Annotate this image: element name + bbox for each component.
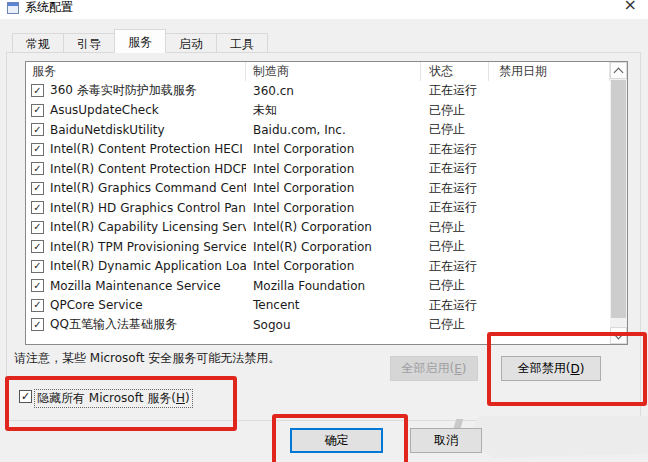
service-name: Intel(R) Content Protection HDCP... [50,162,246,176]
services-list[interactable]: 服务 制造商 状态 禁用日期 ✓360 杀毒实时防护加载服务360.cn正在运行… [25,61,628,345]
header-vendor[interactable]: 制造商 [246,62,421,81]
service-name: Intel(R) HD Graphics Control Pan... [50,201,246,215]
service-checkbox[interactable]: ✓ [31,240,44,253]
service-checkbox[interactable]: ✓ [31,318,44,331]
table-row[interactable]: ✓BaiduNetdiskUtilityBaidu.com, Inc.已停止 [26,120,627,140]
chevron-down-icon [614,329,624,339]
cell-vendor: Intel Corporation [246,201,421,215]
table-row[interactable]: ✓Intel(R) Capability Licensing Servi...I… [26,218,627,238]
disable-all-label-end: ) [580,362,585,376]
table-row[interactable]: ✓Intel(R) HD Graphics Control Pan...Inte… [26,198,627,218]
header-status[interactable]: 状态 [421,62,489,81]
hide-ms-label-text: 隐藏所有 Microsoft 服务( [37,391,176,405]
service-checkbox[interactable]: ✓ [31,201,44,214]
service-checkbox[interactable]: ✓ [31,260,44,273]
cancel-button[interactable]: 取消 [410,428,482,453]
cell-status: 正在运行 [421,199,489,216]
service-name: QQ五笔输入法基础服务 [50,316,177,333]
tab-strip: 常规引导服务启动工具 [12,29,267,53]
table-row[interactable]: ✓Intel(R) Dynamic Application Loa...Inte… [26,257,627,277]
table-row[interactable]: ✓Intel(R) Content Protection HECI ...Int… [26,140,627,160]
service-name: Intel(R) TPM Provisioning Service [50,240,246,254]
cell-vendor: Sogou [246,318,421,332]
tab-general[interactable]: 常规 [12,33,64,53]
cell-service: ✓Intel(R) HD Graphics Control Pan... [26,201,246,215]
table-row[interactable]: ✓Mozilla Maintenance ServiceMozilla Foun… [26,276,627,296]
table-row[interactable]: ✓Intel(R) Content Protection HDCP...Inte… [26,159,627,179]
enable-all-label: 全部启用( [402,360,455,377]
ok-button[interactable]: 确定 [290,428,383,453]
cell-status: 已停止 [421,238,489,255]
table-row[interactable]: ✓Intel(R) TPM Provisioning ServiceIntel(… [26,237,627,257]
scroll-thumb[interactable] [611,80,626,318]
service-list-body: ✓360 杀毒实时防护加载服务360.cn正在运行✓AsusUpdateChec… [26,81,627,335]
service-checkbox[interactable]: ✓ [31,221,44,234]
table-row[interactable]: ✓QPCore ServiceTencent正在运行 [26,296,627,316]
header-service[interactable]: 服务 [26,62,246,81]
chevron-up-icon [614,67,624,77]
vertical-scrollbar[interactable] [610,62,627,344]
cell-service: ✓Intel(R) Capability Licensing Servi... [26,220,246,234]
disable-all-mnemonic: D [570,362,579,376]
cell-vendor: Intel(R) Corporation [246,220,421,234]
cell-service: ✓Intel(R) Content Protection HDCP... [26,162,246,176]
service-name: Intel(R) Content Protection HECI ... [50,142,246,156]
table-row[interactable]: ✓AsusUpdateCheck未知已停止 [26,101,627,121]
cell-status: 已停止 [421,316,489,333]
service-checkbox[interactable]: ✓ [31,299,44,312]
tab-services[interactable]: 服务 [114,29,166,53]
hide-microsoft-services-checkbox[interactable]: ✓ [19,390,32,403]
service-checkbox[interactable]: ✓ [31,143,44,156]
tab-startup[interactable]: 启动 [165,33,217,53]
hide-microsoft-services-label[interactable]: 隐藏所有 Microsoft 服务(H) [35,390,192,407]
header-date[interactable]: 禁用日期 [489,62,610,81]
cell-service: ✓Intel(R) Graphics Command Cent... [26,181,246,195]
microsoft-services-note: 请注意，某些 Microsoft 安全服务可能无法禁用。 [14,350,280,367]
service-checkbox[interactable]: ✓ [31,279,44,292]
table-row[interactable]: ✓QQ五笔输入法基础服务Sogou已停止 [26,315,627,335]
disable-all-button[interactable]: 全部禁用(D) [501,356,601,381]
service-checkbox[interactable]: ✓ [31,104,44,117]
cell-status: 已停止 [421,219,489,236]
title-bar: 系统配置 × [0,0,648,19]
service-name: AsusUpdateCheck [50,103,159,117]
service-name: Mozilla Maintenance Service [50,279,221,293]
cell-status: 已停止 [421,102,489,119]
enable-all-mnemonic: E [454,362,462,376]
cell-status: 正在运行 [421,141,489,158]
cell-status: 正在运行 [421,180,489,197]
cell-service: ✓Intel(R) TPM Provisioning Service [26,240,246,254]
scroll-up-button[interactable] [610,62,627,79]
cell-status: 正在运行 [421,160,489,177]
cell-service: ✓QPCore Service [26,298,246,312]
hide-ms-label-end: ) [185,391,190,405]
list-header: 服务 制造商 状态 禁用日期 [26,62,627,81]
cell-service: ✓Intel(R) Dynamic Application Loa... [26,259,246,273]
cell-vendor: Tencent [246,298,421,312]
watermark-artifact [468,416,648,458]
service-name: Intel(R) Capability Licensing Servi... [50,220,246,234]
cell-status: 正在运行 [421,297,489,314]
cell-vendor: 未知 [246,102,421,119]
service-checkbox[interactable]: ✓ [31,182,44,195]
tab-boot[interactable]: 引导 [63,33,115,53]
tab-tools[interactable]: 工具 [216,33,268,53]
table-row[interactable]: ✓360 杀毒实时防护加载服务360.cn正在运行 [26,81,627,101]
hide-ms-mnemonic: H [176,391,185,405]
cell-service: ✓QQ五笔输入法基础服务 [26,316,246,333]
disable-all-label: 全部禁用( [518,360,571,377]
cell-vendor: 360.cn [246,84,421,98]
enable-all-button: 全部启用(E) [390,356,478,381]
table-row[interactable]: ✓Intel(R) Graphics Command Cent...Intel … [26,179,627,199]
enable-all-label-end: ) [462,362,467,376]
cell-service: ✓360 杀毒实时防护加载服务 [26,82,246,99]
service-checkbox[interactable]: ✓ [31,162,44,175]
service-checkbox[interactable]: ✓ [31,84,44,97]
cell-vendor: Intel(R) Corporation [246,240,421,254]
service-checkbox[interactable]: ✓ [31,123,44,136]
cell-vendor: Intel Corporation [246,142,421,156]
cell-status: 已停止 [421,277,489,294]
scroll-down-button[interactable] [610,327,627,344]
close-icon[interactable]: × [624,0,637,13]
service-name: Intel(R) Graphics Command Cent... [50,181,246,195]
